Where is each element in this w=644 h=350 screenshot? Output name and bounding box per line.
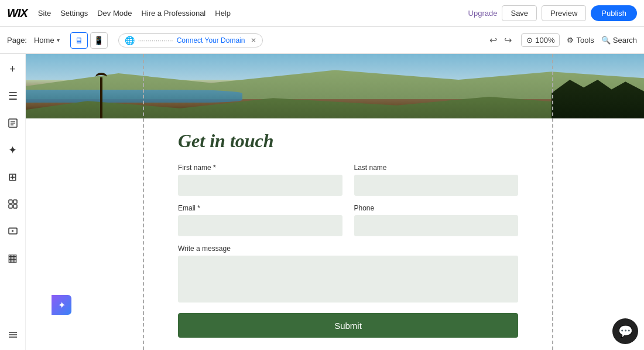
page-label: Page: [7, 36, 27, 45]
mobile-view-button[interactable]: 📱 [90, 32, 108, 49]
svg-rect-6 [9, 205, 12, 208]
domain-url: ·················· [138, 36, 173, 45]
desktop-view-button[interactable]: 🖥 [70, 32, 88, 49]
sidebar-media[interactable] [4, 222, 22, 240]
top-actions: Upgrade Save Preview Publish [468, 5, 637, 21]
second-toolbar: Page: Home ▾ 🖥 📱 🌐 ·················· Co… [0, 27, 644, 54]
lastname-field: Last name [354, 164, 519, 196]
lastname-input[interactable] [354, 175, 519, 196]
dark-trees [551, 80, 644, 118]
svg-rect-7 [13, 205, 17, 208]
message-field: Write a message [178, 244, 518, 303]
page-name-selector[interactable]: Home ▾ [34, 36, 60, 45]
email-label: Email * [178, 204, 342, 212]
search-icon: 🔍 [601, 36, 611, 45]
tools-icon: ⚙ [567, 36, 574, 45]
sidebar-design[interactable]: ✦ [4, 141, 22, 159]
water-body [26, 90, 242, 103]
canvas: Get in touch First name * Last name Emai… [26, 54, 644, 350]
email-input[interactable] [178, 215, 342, 236]
preview-button[interactable]: Preview [542, 5, 586, 21]
sidebar-menu[interactable]: ☰ [4, 87, 22, 106]
undo-redo-group: ↩ ↪ [487, 33, 514, 47]
contact-row: Email * Phone [178, 204, 518, 236]
chevron-down-icon: ▾ [57, 37, 60, 43]
menu-settings[interactable]: Settings [60, 9, 88, 18]
message-textarea[interactable] [178, 256, 518, 303]
phone-label: Phone [354, 204, 519, 212]
name-row: First name * Last name [178, 164, 518, 196]
save-button[interactable]: Save [502, 5, 537, 21]
connect-domain-link[interactable]: Connect Your Domain [177, 36, 245, 45]
chat-icon: 💬 [618, 324, 633, 338]
lastname-label: Last name [354, 164, 519, 172]
phone-field: Phone [354, 204, 519, 236]
hero-image [26, 54, 644, 118]
menu-site[interactable]: Site [38, 9, 51, 18]
lamppost [100, 77, 102, 118]
message-label: Write a message [178, 244, 518, 253]
contact-form: Get in touch First name * Last name Emai… [143, 118, 553, 349]
main-area: + ☰ ✦ ⊞ ▦ [0, 54, 644, 350]
page-name-text: Home [34, 36, 54, 45]
publish-button[interactable]: Publish [591, 5, 637, 21]
search-label: Search [613, 36, 637, 45]
sidebar-pages[interactable] [4, 114, 22, 132]
sidebar-add[interactable]: + [4, 60, 22, 79]
tools-label: Tools [576, 36, 594, 45]
zoom-control[interactable]: ⊙ 100% [521, 33, 560, 47]
menu-devmode[interactable]: Dev Mode [97, 9, 132, 18]
menu-help[interactable]: Help [215, 9, 231, 18]
search-button[interactable]: 🔍 Search [601, 36, 637, 45]
view-buttons: 🖥 📱 [70, 32, 108, 49]
svg-rect-5 [13, 200, 17, 203]
upgrade-button[interactable]: Upgrade [468, 9, 498, 18]
email-field: Email * [178, 204, 342, 236]
tools-button[interactable]: ⚙ Tools [567, 36, 594, 45]
sidebar-grid[interactable]: ▦ [4, 249, 22, 267]
ai-assistant-button[interactable]: ✦ [52, 295, 71, 315]
zoom-icon: ⊙ [526, 36, 533, 45]
domain-close-icon[interactable]: ✕ [251, 36, 256, 45]
submit-button[interactable]: Submit [178, 313, 518, 338]
top-menu-bar: WIX Site Settings Dev Mode Hire a Profes… [0, 0, 644, 27]
sidebar-layers[interactable] [4, 325, 22, 344]
chat-button[interactable]: 💬 [612, 318, 638, 344]
svg-rect-4 [9, 200, 12, 203]
toolbar-right: ↩ ↪ ⊙ 100% ⚙ Tools 🔍 Search [487, 33, 637, 47]
ai-star-icon: ✦ [58, 300, 66, 311]
wix-logo: WIX [7, 6, 28, 20]
sidebar-blocks[interactable] [4, 195, 22, 213]
domain-bar: 🌐 ·················· Connect Your Domain… [118, 33, 263, 47]
firstname-label: First name * [178, 164, 342, 172]
firstname-field: First name * [178, 164, 342, 196]
left-sidebar: + ☰ ✦ ⊞ ▦ [0, 54, 26, 350]
sidebar-apps[interactable]: ⊞ [4, 168, 22, 186]
redo-button[interactable]: ↪ [502, 33, 514, 47]
menu-hirepro[interactable]: Hire a Professional [141, 9, 205, 18]
undo-button[interactable]: ↩ [487, 33, 499, 47]
phone-input[interactable] [354, 215, 519, 236]
zoom-level: 100% [535, 36, 554, 45]
form-title: Get in touch [178, 130, 518, 152]
globe-icon: 🌐 [125, 36, 135, 45]
firstname-input[interactable] [178, 175, 342, 196]
svg-marker-9 [12, 230, 14, 232]
